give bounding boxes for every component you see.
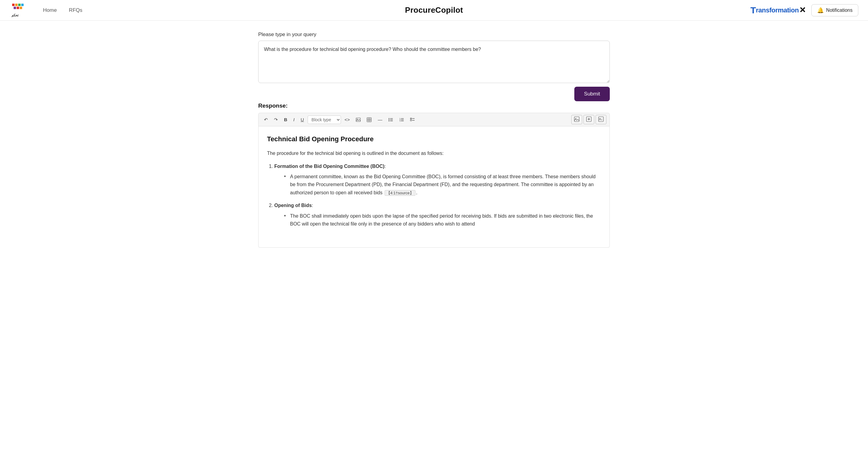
svg-text:3.: 3. [399,120,401,122]
response-section: Response: ↶ ↷ B I U Block type Paragraph… [258,102,610,248]
bell-icon: 🔔 [817,7,824,13]
transformation-text: ransformation [756,6,799,14]
list-item-2-title: Opening of Bids [274,203,312,208]
query-label: Please type in your query [258,32,610,37]
svg-text:تحكم: تحكم [11,13,19,17]
transformation-t: T [750,6,756,15]
svg-point-15 [389,118,390,119]
response-list: Formation of the Bid Opening Committee (… [267,162,601,228]
block-type-select[interactable]: Block type Paragraph Heading 1 Heading 2… [308,116,341,124]
svg-point-17 [389,119,390,120]
response-label: Response: [258,102,610,109]
query-section: Please type in your query What is the pr… [258,32,610,84]
navbar: تحكم Home RFQs ProcureCopilot Transforma… [0,0,868,21]
bold-button[interactable]: B [282,116,290,124]
citation-1[interactable]: 【4:1†source】 [384,190,415,196]
notifications-button[interactable]: 🔔 Notifications [811,4,858,17]
insert-btn[interactable] [583,115,594,124]
item-1-bullets: A permanent committee, known as the Bid … [274,173,601,197]
response-heading: Technical Bid Opening Procedure [267,134,601,145]
navbar-links: Home RFQs [43,7,83,13]
toolbar-right-icons: M↓ [571,115,607,124]
svg-rect-1 [15,4,18,6]
redo-button[interactable]: ↷ [272,116,280,124]
list-item-1-title: Formation of the Bid Opening Committee (… [274,164,384,169]
query-textarea[interactable]: What is the procedure for technical bid … [258,40,610,83]
svg-rect-29 [410,120,411,121]
notifications-label: Notifications [826,7,852,13]
image-button[interactable] [353,116,363,124]
italic-button[interactable]: I [291,116,297,124]
item-2-bullets: The BOC shall immediately open bids upon… [274,212,601,228]
svg-point-32 [575,118,577,119]
page-title: ProcureCopilot [405,5,463,15]
image-upload-btn[interactable] [571,115,582,124]
home-link[interactable]: Home [43,7,57,13]
svg-text:M↓: M↓ [599,118,602,121]
svg-rect-3 [21,4,24,6]
divider-button[interactable]: — [375,116,384,124]
table-button[interactable] [364,116,374,124]
markdown-btn[interactable]: M↓ [595,115,607,124]
svg-rect-31 [574,117,579,122]
submit-button[interactable]: Submit [574,87,610,101]
svg-rect-2 [18,4,21,6]
undo-button[interactable]: ↶ [261,116,270,124]
response-intro: The procedure for the technical bid open… [267,149,601,157]
svg-point-19 [389,120,390,121]
editor-toolbar: ↶ ↷ B I U Block type Paragraph Heading 1… [258,113,610,126]
checklist-button[interactable] [408,116,417,124]
list-item: Formation of the Bid Opening Committee (… [274,162,601,197]
ordered-list-button[interactable]: 1. 2. 3. [397,116,406,124]
main-content: Please type in your query What is the pr… [246,21,622,259]
transformation-logo[interactable]: Transformation ✕ [750,5,806,15]
svg-point-9 [357,119,358,119]
svg-rect-0 [12,4,14,6]
rfqs-link[interactable]: RFQs [69,7,82,13]
list-item: A permanent committee, known as the Bid … [284,173,601,197]
navbar-right: Transformation ✕ 🔔 Notifications [750,4,858,17]
editor-content[interactable]: Technical Bid Opening Procedure The proc… [258,126,610,248]
svg-rect-8 [356,118,360,122]
list-item: The BOC shall immediately open bids upon… [284,212,601,228]
transformation-x-icon: ✕ [799,5,806,15]
svg-rect-10 [367,118,371,122]
tahakom-logo[interactable]: تحكم [10,2,31,18]
list-item: Opening of Bids: The BOC shall immediate… [274,202,601,228]
code-button[interactable]: <> [342,116,352,124]
bullet-list-button[interactable] [386,116,396,124]
underline-button[interactable]: U [298,116,306,124]
svg-rect-6 [20,7,22,9]
svg-rect-5 [17,7,19,9]
svg-rect-4 [13,7,16,9]
